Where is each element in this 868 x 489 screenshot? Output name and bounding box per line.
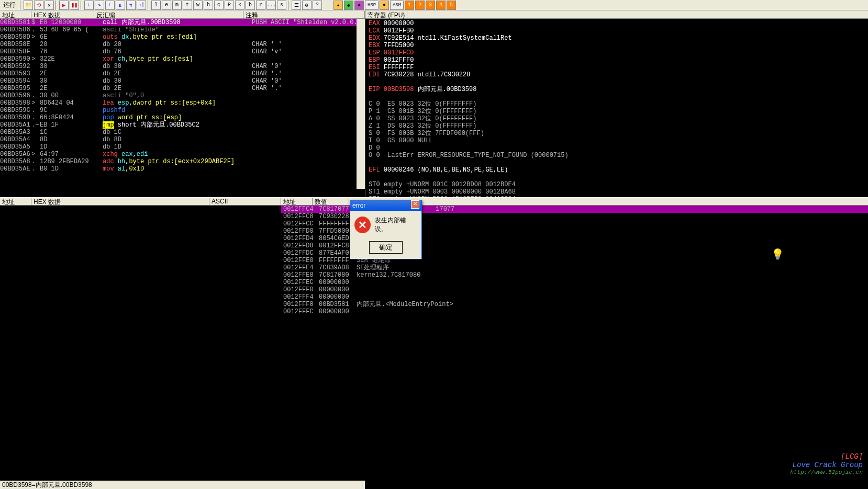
num-4-button[interactable]: 4 [436, 1, 446, 10]
play-icon[interactable]: ▶ [59, 1, 69, 10]
register-line[interactable]: ESI FFFFFFFF [369, 64, 865, 71]
plugin2-icon[interactable]: ◆ [344, 1, 353, 10]
win-w-button[interactable]: w [193, 1, 203, 10]
bulb-icon: 💡 [771, 248, 784, 261]
stack-row[interactable]: 0012FFF400000000 [281, 293, 868, 301]
disasm-row[interactable]: 00BD35A3 1Cdb 1C [0, 129, 365, 136]
num-3-button[interactable]: 3 [426, 1, 435, 10]
disasm-row[interactable]: 00BD359C. 9Cpushfd [0, 107, 365, 114]
asm-btn[interactable]: ASM [390, 1, 404, 10]
stack-row[interactable]: 0012FFF800BD3581内部元旦.<ModuleEntryPoint> [281, 301, 868, 308]
register-line[interactable] [369, 93, 865, 100]
register-line[interactable]: EAX 00000000 [369, 20, 865, 27]
disasm-row[interactable]: 00BD358F 76db 76CHAR 'v' [0, 48, 365, 55]
register-line[interactable]: O 0 LastErr ERROR_RESOURCE_TYPE_NOT_FOUN… [369, 152, 865, 159]
disasm-row[interactable]: 00BD3586. 53 68 69 65 (ascii "Shielde" [0, 26, 365, 33]
run-till-icon[interactable]: →| [137, 1, 146, 10]
disassembly-pane[interactable]: 地址 HEX 数据 反汇编 注释 00BD3581$ E8 12000000ca… [0, 10, 365, 197]
registers-pane[interactable]: 寄存器 (FPU) EAX 00000000ECX 0012FFB0EDX 7C… [365, 10, 868, 197]
register-line[interactable]: A 0 SS 0023 32位 0(FFFFFFFF) [369, 115, 865, 122]
win-e-button[interactable]: e [162, 1, 171, 10]
disasm-row[interactable]: 00BD35A8. 12B9 2FBFDA29adc bh,byte ptr d… [0, 158, 365, 165]
disasm-row[interactable]: 00BD35A1.~EB 1Fjmp short 内部元旦.00BD35C2 [0, 121, 365, 129]
win-t-button[interactable]: t [183, 1, 192, 10]
stack-row[interactable]: 0012FFE87C817080kernel32.7C817080 [281, 271, 868, 279]
disasm-row[interactable]: 00BD3581$ E8 12000000call 内部元旦.00BD3598P… [0, 19, 365, 26]
win-...-button[interactable]: ... [266, 1, 276, 10]
register-line[interactable]: EBX 7FFD5000 [369, 42, 865, 49]
dialog-titlebar[interactable]: error ✕ [350, 200, 421, 211]
win-c-button[interactable]: c [214, 1, 224, 10]
disasm-row[interactable]: 00BD3595 2Edb 2ECHAR '.' [0, 85, 365, 92]
close-icon[interactable]: ✕ [44, 1, 54, 10]
register-line[interactable]: D 0 [369, 144, 865, 152]
win-s-button[interactable]: s [277, 1, 286, 10]
register-line[interactable]: ST0 empty +UNORM 001C 0012BD08 0012BDE4 [369, 181, 865, 188]
register-line[interactable] [369, 78, 865, 86]
dialog-close-icon[interactable]: ✕ [411, 200, 419, 209]
plugin-icon[interactable]: ✦ [333, 1, 343, 10]
register-line[interactable]: EIP 00BD3598 内部元旦.00BD3598 [369, 86, 865, 93]
disasm-row[interactable]: 00BD35A6> 64:97xchg eax,edi [0, 151, 365, 158]
disasm-row[interactable]: 00BD35A4 8Ddb 8D [0, 136, 365, 143]
step-over-icon[interactable]: ↷ [95, 1, 104, 10]
dump-header: 地址 HEX 数据 ASCII [0, 197, 281, 206]
register-line[interactable]: EDX 7C92E514 ntdll.KiFastSystemCallRet [369, 35, 865, 42]
register-line[interactable]: Z 1 DS 0023 32位 0(FFFFFFFF) [369, 122, 865, 130]
plugin3-icon[interactable]: ▲ [354, 1, 364, 10]
num-2-button[interactable]: 2 [415, 1, 425, 10]
win-l-button[interactable]: l [151, 1, 161, 10]
disasm-row[interactable]: 00BD359D. 66:8F0424pop word ptr ss:[esp] [0, 114, 365, 121]
disasm-row[interactable]: 00BD3594 30db 30CHAR '0' [0, 77, 365, 85]
trace-into-icon[interactable]: ⇊ [116, 1, 125, 10]
win-m-button[interactable]: m [172, 1, 182, 10]
step-into-icon[interactable]: ↓ [84, 1, 94, 10]
win-k-button[interactable]: k [235, 1, 244, 10]
disasm-row[interactable]: 00BD3590> 322Exor ch,byte ptr ds:[esi] [0, 55, 365, 63]
register-line[interactable]: ECX 0012FFB0 [369, 27, 865, 35]
register-line[interactable]: EBP 0012FFF0 [369, 56, 865, 64]
disasm-row[interactable]: 00BD35A5 1Ddb 1D [0, 143, 365, 151]
register-line[interactable]: C 0 ES 0023 32位 0(FFFFFFFF) [369, 100, 865, 108]
list-icon[interactable]: ☰ [292, 1, 301, 10]
plugin4-icon[interactable]: ● [380, 1, 389, 10]
trace-over-icon[interactable]: ⇈ [126, 1, 136, 10]
register-line[interactable]: EFL 00000246 (NO,NB,E,BE,NS,PE,GE,LE) [369, 166, 865, 174]
disasm-row[interactable]: 00BD358E 20db 20CHAR ' ' [0, 41, 365, 48]
error-icon: ✕ [354, 217, 371, 233]
register-line[interactable]: P 1 CS 001B 32位 0(FFFFFFFF) [369, 108, 865, 115]
pause-icon[interactable]: ❚❚ [70, 1, 79, 10]
help-icon[interactable]: ? [313, 1, 322, 10]
open-icon[interactable]: 📁 [24, 1, 33, 10]
settings-icon[interactable]: ⚙ [302, 1, 311, 10]
register-line[interactable]: S 0 FS 003B 32位 7FFDF000(FFF) [369, 130, 865, 137]
register-line[interactable]: ST1 empty +UNORM 0003 00000000 0012BA68 [369, 188, 865, 196]
stack-row[interactable]: 0012FFEC00000000 [281, 279, 868, 286]
disasm-row[interactable]: 00BD3592 30db 30CHAR '0' [0, 63, 365, 70]
hbp-btn[interactable]: HBP [365, 1, 379, 10]
dump-pane[interactable]: 地址 HEX 数据 ASCII [0, 197, 281, 481]
ok-button[interactable]: 确定 [369, 241, 403, 254]
disasm-row[interactable]: 00BD35AE. B0 1Dmov al,0x1D [0, 165, 365, 173]
register-line[interactable]: EDI 7C930228 ntdll.7C930228 [369, 71, 865, 78]
num-1-button[interactable]: 1 [405, 1, 414, 10]
step-out-icon[interactable]: ↑ [105, 1, 115, 10]
register-line[interactable] [369, 159, 865, 166]
disasm-row[interactable]: 00BD3598> 8D6424 04lea esp,dword ptr ss:… [0, 99, 365, 107]
disasm-row[interactable]: 00BD358D> 6Eouts dx,byte ptr es:[edi] [0, 33, 365, 41]
stack-row[interactable]: 0012FFFC00000000 [281, 308, 868, 315]
restart-icon[interactable]: ⟲ [34, 1, 43, 10]
disasm-scrollbar[interactable] [357, 19, 365, 189]
register-line[interactable] [369, 174, 865, 181]
stack-row[interactable]: 0012FFE47C839AD8SE处理程序 [281, 264, 868, 271]
register-line[interactable]: ESP 0012FFC0 [369, 49, 865, 56]
disasm-row[interactable]: 00BD3593 2Edb 2ECHAR '.' [0, 70, 365, 77]
win-b-button[interactable]: b [246, 1, 255, 10]
stack-row[interactable]: 0012FFF000000000 [281, 286, 868, 293]
num-5-button[interactable]: 5 [447, 1, 456, 10]
win-r-button[interactable]: r [256, 1, 265, 10]
win-h-button[interactable]: h [204, 1, 213, 10]
register-line[interactable]: T 0 GS 0000 NULL [369, 137, 865, 144]
disasm-row[interactable]: 00BD3596. 30 00ascii "0",0 [0, 92, 365, 99]
win-P-button[interactable]: P [225, 1, 234, 10]
